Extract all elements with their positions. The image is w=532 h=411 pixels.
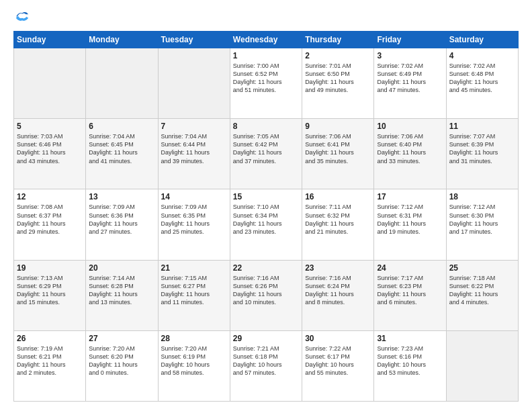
day-number: 12 (17, 192, 83, 201)
day-info: Sunrise: 7:11 AM Sunset: 6:32 PM Dayligh… (305, 203, 371, 236)
day-number: 25 (449, 263, 515, 273)
calendar-cell (14, 48, 86, 119)
day-info: Sunrise: 7:09 AM Sunset: 6:35 PM Dayligh… (161, 203, 227, 236)
calendar-cell: 24Sunrise: 7:17 AM Sunset: 6:23 PM Dayli… (374, 260, 446, 330)
day-info: Sunrise: 7:19 AM Sunset: 6:21 PM Dayligh… (17, 345, 83, 377)
day-number: 29 (233, 334, 299, 343)
calendar-week-row: 1Sunrise: 7:00 AM Sunset: 6:52 PM Daylig… (14, 48, 519, 119)
calendar-week-row: 19Sunrise: 7:13 AM Sunset: 6:29 PM Dayli… (14, 260, 519, 330)
day-info: Sunrise: 7:01 AM Sunset: 6:50 PM Dayligh… (305, 62, 371, 95)
calendar-cell (446, 330, 518, 401)
weekday-header: Wednesday (230, 32, 302, 48)
day-info: Sunrise: 7:00 AM Sunset: 6:52 PM Dayligh… (233, 62, 299, 95)
day-info: Sunrise: 7:22 AM Sunset: 6:17 PM Dayligh… (305, 345, 371, 377)
day-number: 6 (89, 122, 154, 131)
day-number: 26 (17, 334, 83, 343)
calendar-cell: 9Sunrise: 7:06 AM Sunset: 6:41 PM Daylig… (302, 119, 374, 189)
day-info: Sunrise: 7:03 AM Sunset: 6:46 PM Dayligh… (17, 132, 83, 165)
weekday-header: Tuesday (158, 32, 230, 48)
weekday-header: Sunday (14, 32, 86, 48)
calendar-cell: 16Sunrise: 7:11 AM Sunset: 6:32 PM Dayli… (302, 189, 374, 260)
day-info: Sunrise: 7:23 AM Sunset: 6:16 PM Dayligh… (377, 345, 443, 377)
day-info: Sunrise: 7:20 AM Sunset: 6:19 PM Dayligh… (161, 345, 227, 377)
day-number: 28 (161, 334, 227, 343)
day-info: Sunrise: 7:05 AM Sunset: 6:42 PM Dayligh… (233, 132, 299, 165)
calendar-cell: 13Sunrise: 7:09 AM Sunset: 6:36 PM Dayli… (86, 189, 158, 260)
day-info: Sunrise: 7:10 AM Sunset: 6:34 PM Dayligh… (233, 203, 299, 236)
calendar-cell: 23Sunrise: 7:16 AM Sunset: 6:24 PM Dayli… (302, 260, 374, 330)
day-number: 13 (89, 192, 154, 201)
day-info: Sunrise: 7:16 AM Sunset: 6:24 PM Dayligh… (305, 274, 371, 307)
day-number: 20 (89, 263, 154, 273)
day-info: Sunrise: 7:07 AM Sunset: 6:39 PM Dayligh… (449, 132, 515, 165)
day-info: Sunrise: 7:04 AM Sunset: 6:45 PM Dayligh… (89, 132, 154, 165)
day-number: 30 (305, 334, 371, 343)
day-info: Sunrise: 7:15 AM Sunset: 6:27 PM Dayligh… (161, 274, 227, 307)
day-number: 4 (449, 51, 515, 60)
day-number: 5 (17, 122, 83, 131)
calendar-cell: 12Sunrise: 7:08 AM Sunset: 6:37 PM Dayli… (14, 189, 86, 260)
day-number: 3 (377, 51, 443, 60)
day-info: Sunrise: 7:21 AM Sunset: 6:18 PM Dayligh… (233, 345, 299, 377)
weekday-header: Thursday (302, 32, 374, 48)
calendar-cell: 25Sunrise: 7:18 AM Sunset: 6:22 PM Dayli… (446, 260, 518, 330)
day-number: 24 (377, 263, 443, 273)
day-info: Sunrise: 7:02 AM Sunset: 6:48 PM Dayligh… (449, 62, 515, 95)
calendar-cell: 6Sunrise: 7:04 AM Sunset: 6:45 PM Daylig… (86, 119, 158, 189)
day-info: Sunrise: 7:02 AM Sunset: 6:49 PM Dayligh… (377, 62, 443, 95)
logo-text (13, 12, 30, 24)
calendar-cell: 18Sunrise: 7:12 AM Sunset: 6:30 PM Dayli… (446, 189, 518, 260)
calendar-cell: 10Sunrise: 7:06 AM Sunset: 6:40 PM Dayli… (374, 119, 446, 189)
day-number: 21 (161, 263, 227, 273)
day-number: 7 (161, 122, 227, 131)
page: SundayMondayTuesdayWednesdayThursdayFrid… (0, 0, 532, 411)
day-info: Sunrise: 7:18 AM Sunset: 6:22 PM Dayligh… (449, 274, 515, 307)
day-number: 31 (377, 334, 443, 343)
day-number: 2 (305, 51, 371, 60)
day-number: 27 (89, 334, 154, 343)
calendar-cell: 11Sunrise: 7:07 AM Sunset: 6:39 PM Dayli… (446, 119, 518, 189)
day-info: Sunrise: 7:13 AM Sunset: 6:29 PM Dayligh… (17, 274, 83, 307)
day-info: Sunrise: 7:04 AM Sunset: 6:44 PM Dayligh… (161, 132, 227, 165)
calendar-week-row: 5Sunrise: 7:03 AM Sunset: 6:46 PM Daylig… (14, 119, 519, 189)
calendar-cell: 1Sunrise: 7:00 AM Sunset: 6:52 PM Daylig… (230, 48, 302, 119)
day-info: Sunrise: 7:14 AM Sunset: 6:28 PM Dayligh… (89, 274, 154, 307)
day-number: 1 (233, 51, 299, 60)
day-info: Sunrise: 7:08 AM Sunset: 6:37 PM Dayligh… (17, 203, 83, 236)
calendar-cell: 21Sunrise: 7:15 AM Sunset: 6:27 PM Dayli… (158, 260, 230, 330)
calendar-header-row: SundayMondayTuesdayWednesdayThursdayFrid… (14, 32, 519, 48)
weekday-header: Friday (374, 32, 446, 48)
weekday-header: Monday (86, 32, 158, 48)
calendar-cell: 30Sunrise: 7:22 AM Sunset: 6:17 PM Dayli… (302, 330, 374, 401)
day-number: 18 (449, 192, 515, 201)
calendar-cell: 29Sunrise: 7:21 AM Sunset: 6:18 PM Dayli… (230, 330, 302, 401)
day-info: Sunrise: 7:12 AM Sunset: 6:30 PM Dayligh… (449, 203, 515, 236)
logo (13, 12, 30, 24)
day-number: 9 (305, 122, 371, 131)
logo-icon (15, 9, 30, 24)
calendar-table: SundayMondayTuesdayWednesdayThursdayFrid… (13, 31, 519, 402)
calendar-week-row: 26Sunrise: 7:19 AM Sunset: 6:21 PM Dayli… (14, 330, 519, 401)
weekday-header: Saturday (446, 32, 518, 48)
calendar-cell: 20Sunrise: 7:14 AM Sunset: 6:28 PM Dayli… (86, 260, 158, 330)
calendar-cell: 17Sunrise: 7:12 AM Sunset: 6:31 PM Dayli… (374, 189, 446, 260)
calendar-cell: 7Sunrise: 7:04 AM Sunset: 6:44 PM Daylig… (158, 119, 230, 189)
calendar-cell: 5Sunrise: 7:03 AM Sunset: 6:46 PM Daylig… (14, 119, 86, 189)
calendar-cell (158, 48, 230, 119)
day-info: Sunrise: 7:06 AM Sunset: 6:40 PM Dayligh… (377, 132, 443, 165)
calendar-cell: 31Sunrise: 7:23 AM Sunset: 6:16 PM Dayli… (374, 330, 446, 401)
day-number: 8 (233, 122, 299, 131)
day-number: 15 (233, 192, 299, 201)
day-info: Sunrise: 7:17 AM Sunset: 6:23 PM Dayligh… (377, 274, 443, 307)
calendar-cell: 19Sunrise: 7:13 AM Sunset: 6:29 PM Dayli… (14, 260, 86, 330)
day-number: 23 (305, 263, 371, 273)
day-number: 11 (449, 122, 515, 131)
calendar-cell (86, 48, 158, 119)
day-number: 17 (377, 192, 443, 201)
calendar-week-row: 12Sunrise: 7:08 AM Sunset: 6:37 PM Dayli… (14, 189, 519, 260)
calendar-cell: 4Sunrise: 7:02 AM Sunset: 6:48 PM Daylig… (446, 48, 518, 119)
day-number: 22 (233, 263, 299, 273)
calendar-cell: 14Sunrise: 7:09 AM Sunset: 6:35 PM Dayli… (158, 189, 230, 260)
day-info: Sunrise: 7:16 AM Sunset: 6:26 PM Dayligh… (233, 274, 299, 307)
day-info: Sunrise: 7:06 AM Sunset: 6:41 PM Dayligh… (305, 132, 371, 165)
